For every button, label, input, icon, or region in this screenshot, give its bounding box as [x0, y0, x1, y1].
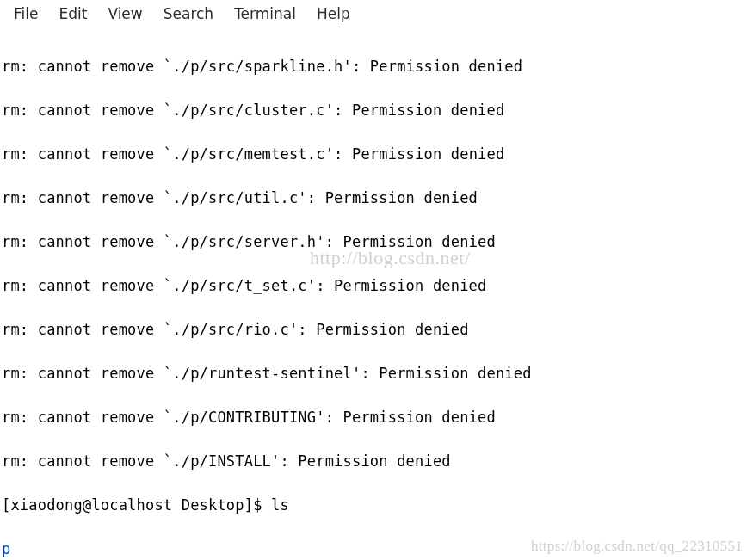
command-input: ls: [271, 496, 289, 514]
menu-help[interactable]: Help: [306, 2, 361, 26]
rm-error-line: rm: cannot remove `./p/src/cluster.c': P…: [2, 100, 751, 122]
menu-terminal[interactable]: Terminal: [224, 2, 306, 26]
menu-file[interactable]: File: [3, 2, 48, 26]
rm-error-line: rm: cannot remove `./p/src/t_set.c': Per…: [2, 275, 751, 298]
menu-edit[interactable]: Edit: [48, 2, 97, 26]
menubar: File Edit View Search Terminal Help: [0, 0, 753, 30]
rm-error-line: rm: cannot remove `./p/src/sparkline.h':…: [2, 56, 751, 78]
rm-error-line: rm: cannot remove `./p/src/rio.c': Permi…: [2, 319, 751, 342]
ls-output: p: [2, 538, 751, 561]
menu-search[interactable]: Search: [153, 2, 224, 26]
shell-prompt: [xiaodong@localhost Desktop]$: [2, 496, 271, 514]
rm-error-line: rm: cannot remove `./p/src/util.c': Perm…: [2, 188, 751, 210]
prompt-line: [xiaodong@localhost Desktop]$ ls: [2, 495, 751, 517]
menu-view[interactable]: View: [97, 2, 152, 26]
terminal-output[interactable]: rm: cannot remove `./p/src/sparkline.h':…: [0, 30, 753, 560]
rm-error-line: rm: cannot remove `./p/CONTRIBUTING': Pe…: [2, 407, 751, 429]
rm-error-line: rm: cannot remove `./p/src/memtest.c': P…: [2, 144, 751, 166]
rm-error-line: rm: cannot remove `./p/src/server.h': Pe…: [2, 231, 751, 254]
rm-error-line: rm: cannot remove `./p/INSTALL': Permiss…: [2, 451, 751, 473]
rm-error-line: rm: cannot remove `./p/runtest-sentinel'…: [2, 363, 751, 385]
